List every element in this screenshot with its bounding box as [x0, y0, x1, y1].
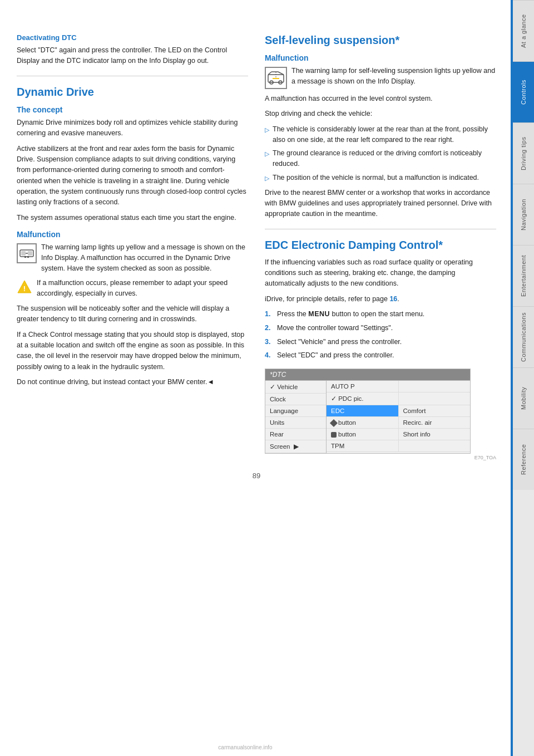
malfunction-note-text: If a malfunction occurs, please remember…	[37, 278, 248, 299]
watermark: carmanualsonline.info	[0, 744, 491, 750]
menu-cell-tpm: TPM	[327, 440, 399, 451]
self-leveling-list: The vehicle is considerably lower at the…	[265, 124, 496, 183]
menu-cell-btn2: button	[327, 429, 399, 440]
menu-cell-autop: AUTO P	[327, 381, 399, 392]
self-leveling-heading: Self-leveling suspension*	[265, 33, 496, 47]
menu-right-column: AUTO P ✓ PDC pic. EDC Comfor	[327, 381, 470, 453]
screenshot-caption: E70_TOA	[265, 455, 496, 460]
menu-item-screen: Screen ▶	[265, 440, 326, 453]
list-item-1-text: The vehicle is considerably lower at the…	[273, 124, 496, 145]
step-1: 1. Press the MENU button to open the sta…	[265, 309, 496, 320]
step-4-num: 4.	[265, 350, 273, 361]
step-3-text: Select "Vehicle" and press the controlle…	[277, 337, 402, 347]
menu-item-units: Units	[265, 417, 326, 429]
step-1-num: 1.	[265, 309, 273, 320]
concept-body-3: The system assumes operational status ea…	[17, 213, 248, 223]
sidebar-tab-controls[interactable]: Controls	[513, 61, 534, 122]
step-2-num: 2.	[265, 323, 273, 333]
diamond-icon-1	[330, 419, 338, 427]
step-4: 4. Select "EDC" and press the controller…	[265, 350, 496, 361]
dynamic-drive-heading: Dynamic Drive	[17, 85, 248, 99]
self-leveling-drive-text: Drive to the nearest BMW center or a wor…	[265, 188, 496, 220]
deactivating-dtc-section: Deactivating DTC Select "DTC" again and …	[17, 33, 248, 67]
menu-row-3: EDC Comfort	[327, 405, 470, 417]
svg-rect-4	[24, 256, 26, 258]
menu-left-column: Vehicle Clock Language Units Rear Screen…	[265, 381, 327, 453]
menu-body: Vehicle Clock Language Units Rear Screen…	[265, 380, 470, 453]
sidebar-tab-driving-tips[interactable]: Driving tips	[513, 122, 534, 184]
malfunction-heading-left: Malfunction	[17, 230, 248, 239]
svg-rect-5	[27, 256, 29, 258]
self-leveling-body2: Stop driving and check the vehicle:	[265, 109, 496, 119]
sidebar: At a glance Controls Driving tips Naviga…	[513, 0, 534, 756]
sidebar-tab-reference[interactable]: Reference	[513, 429, 534, 490]
sidebar-tab-mobility[interactable]: Mobility	[513, 367, 534, 429]
self-leveling-malfunction-heading: Malfunction	[265, 53, 496, 62]
edc-heading: EDC Electronic Damping Control*	[265, 238, 496, 252]
list-item-3-text: The position of the vehicle is normal, b…	[273, 173, 479, 183]
diamond-icon-2	[331, 432, 337, 438]
left-column: Deactivating DTC Select "DTC" again and …	[17, 33, 248, 460]
menu-cell-comfort: Comfort	[399, 405, 471, 416]
deactivating-dtc-body: Select "DTC" again and press the control…	[17, 45, 248, 67]
menu-item-vehicle: Vehicle	[265, 381, 326, 394]
menu-cell-edc: EDC	[327, 405, 399, 416]
divider-1	[17, 76, 248, 76]
list-item-2: The ground clearance is reduced or the d…	[265, 148, 496, 169]
sidebar-tab-navigation[interactable]: Navigation	[513, 184, 534, 245]
menu-row-4: button Recirc. air	[327, 417, 470, 429]
menu-cell-empty3	[399, 440, 471, 451]
menu-screenshot: *DTC Vehicle Clock Language Units Rear S…	[265, 369, 471, 454]
menu-header-text: *DTC	[270, 371, 286, 379]
edc-body1: If the influencing variables such as roa…	[265, 257, 496, 289]
menu-cell-empty1	[399, 381, 471, 392]
step-3-num: 3.	[265, 337, 273, 347]
triangle-warning-icon: !	[17, 279, 32, 294]
step-4-text: Select "EDC" and press the controller.	[277, 350, 394, 361]
menu-cell-recirc: Recirc. air	[399, 417, 471, 428]
body-check: If a Check Control message stating that …	[17, 330, 248, 373]
concept-body-2: Active stabilizers at the front and rear…	[17, 144, 248, 208]
menu-row-2: ✓ PDC pic.	[327, 392, 470, 405]
self-leveling-warning-box: The warning lamp for self-leveling suspe…	[265, 66, 496, 89]
step-1-text: Press the MENU button to open the start …	[277, 309, 424, 320]
menu-cell-shortinfo: Short info	[399, 429, 471, 440]
list-item-3: The position of the vehicle is normal, b…	[265, 173, 496, 183]
malfunction-note-box: ! If a malfunction occurs, please rememb…	[17, 278, 248, 299]
step-3: 3. Select "Vehicle" and press the contro…	[265, 337, 496, 347]
list-item-2-text: The ground clearance is reduced or the d…	[273, 148, 496, 169]
two-col-layout: Deactivating DTC Select "DTC" again and …	[17, 33, 496, 460]
step-2-text: Move the controller toward "Settings".	[277, 323, 393, 333]
svg-rect-2	[28, 251, 32, 256]
deactivating-dtc-heading: Deactivating DTC	[17, 33, 248, 42]
self-leveling-body1: A malfunction has occurred in the level …	[265, 94, 496, 104]
self-level-icon	[265, 67, 287, 89]
menu-cell-btn1: button	[327, 417, 399, 428]
right-column: Self-leveling suspension* Malfunction	[265, 33, 496, 460]
menu-item-rear: Rear	[265, 429, 326, 440]
edc-steps: 1. Press the MENU button to open the sta…	[265, 309, 496, 361]
sidebar-tab-communications[interactable]: Communications	[513, 306, 534, 367]
step-2: 2. Move the controller toward "Settings"…	[265, 323, 496, 333]
divider-right	[265, 229, 496, 229]
menu-row-1: AUTO P	[327, 381, 470, 392]
svg-text:!: !	[23, 284, 26, 293]
menu-header: *DTC	[265, 369, 470, 380]
sidebar-tab-entertainment[interactable]: Entertainment	[513, 245, 534, 306]
page-number: 89	[17, 472, 496, 480]
menu-item-language: Language	[265, 405, 326, 417]
svg-rect-1	[21, 251, 26, 256]
menu-cell-empty2	[399, 392, 471, 405]
menu-row-6: TPM	[327, 440, 470, 452]
self-leveling-warning-text: The warning lamp for self-leveling suspe…	[291, 66, 496, 87]
body-contact: Do not continue driving, but instead con…	[17, 377, 248, 387]
page-container: Deactivating DTC Select "DTC" again and …	[0, 0, 534, 756]
menu-row-5: button Short info	[327, 429, 470, 440]
menu-item-clock: Clock	[265, 394, 326, 405]
malfunction-warning-box: The warning lamp lights up yellow and a …	[17, 242, 248, 273]
sidebar-tab-at-a-glance[interactable]: At a glance	[513, 0, 534, 61]
list-item-1: The vehicle is considerably lower at the…	[265, 124, 496, 145]
edc-idrive-ref: iDrive, for principle details, refer to …	[265, 294, 496, 305]
warning-lamp-icon	[17, 243, 37, 263]
menu-cell-pdc: ✓ PDC pic.	[327, 392, 399, 405]
